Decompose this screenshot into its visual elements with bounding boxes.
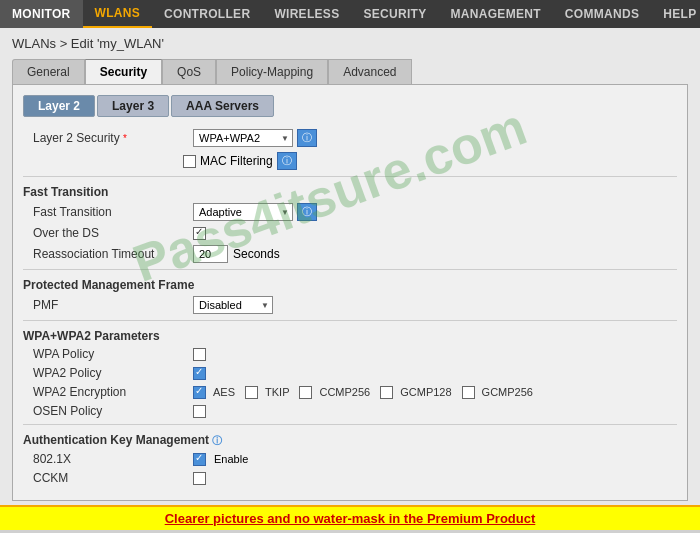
pmf-label: PMF (33, 298, 193, 312)
sub-tabs: Layer 2 Layer 3 AAA Servers (23, 95, 677, 117)
wpa-policy-checkbox[interactable] (193, 348, 206, 361)
nav-wlans[interactable]: WLANs (83, 0, 153, 28)
tab-security[interactable]: Security (85, 59, 162, 84)
pmf-select[interactable]: Disabled (193, 296, 273, 314)
auth-802-label: 802.1X (33, 452, 193, 466)
gcmp256-checkbox[interactable] (462, 386, 475, 399)
pmf-title: Protected Management Frame (23, 278, 677, 292)
nav-security[interactable]: SECURITY (351, 0, 438, 28)
nav-monitor[interactable]: MONITOR (0, 0, 83, 28)
auth-cckm-row: CCKM (23, 471, 677, 485)
fast-transition-row: Fast Transition Adaptive ⓘ (23, 203, 677, 221)
auth-802-row: 802.1X Enable (23, 452, 677, 466)
wpa-policy-row: WPA Policy (23, 347, 677, 361)
wpa-policy-label: WPA Policy (33, 347, 193, 361)
auth-802-checkbox[interactable] (193, 453, 206, 466)
layer2-security-select[interactable]: WPA+WPA2 (193, 129, 293, 147)
encryption-options: AES TKIP CCMP256 GCMP128 GCMP256 (193, 386, 533, 399)
aes-checkbox[interactable] (193, 386, 206, 399)
aes-label: AES (213, 386, 235, 398)
ccmp256-item: CCMP256 (299, 386, 370, 399)
mac-filtering-checkbox[interactable] (183, 155, 196, 168)
over-ds-label: Over the DS (33, 226, 193, 240)
reassociation-unit: Seconds (233, 247, 280, 261)
layer2-security-row: Layer 2 Security * WPA+WPA2 ⓘ (23, 129, 677, 147)
aes-item: AES (193, 386, 235, 399)
nav-management[interactable]: MANAGEMENT (439, 0, 553, 28)
pmf-row: PMF Disabled (23, 296, 677, 314)
tab-policy-mapping[interactable]: Policy-Mapping (216, 59, 328, 84)
wpa2-encryption-label: WPA2 Encryption (33, 385, 193, 399)
mac-filtering-row: MAC Filtering ⓘ (23, 152, 677, 170)
reassociation-label: Reassociation Timeout (33, 247, 193, 261)
over-ds-checkbox[interactable] (193, 227, 206, 240)
required-marker: * (123, 133, 127, 144)
wpa2-policy-label: WPA2 Policy (33, 366, 193, 380)
wpa-section-title: WPA+WPA2 Parameters (23, 329, 677, 343)
nav-commands[interactable]: COMMANDS (553, 0, 651, 28)
over-ds-row: Over the DS (23, 226, 677, 240)
main-tabs: General Security QoS Policy-Mapping Adva… (12, 59, 688, 84)
auth-cckm-label: CCKM (33, 471, 193, 485)
gcmp256-item: GCMP256 (462, 386, 533, 399)
top-navigation: MONITOR WLANs CONTROLLER WIRELESS SECURI… (0, 0, 700, 28)
fast-transition-select[interactable]: Adaptive (193, 203, 293, 221)
tab-qos[interactable]: QoS (162, 59, 216, 84)
auth-cckm-checkbox[interactable] (193, 472, 206, 485)
osen-policy-label: OSEN Policy (33, 404, 193, 418)
wpa2-policy-row: WPA2 Policy (23, 366, 677, 380)
tab-general[interactable]: General (12, 59, 85, 84)
nav-controller[interactable]: CONTROLLER (152, 0, 262, 28)
ccmp256-checkbox[interactable] (299, 386, 312, 399)
gcmp256-label: GCMP256 (482, 386, 533, 398)
gcmp128-checkbox[interactable] (380, 386, 393, 399)
nav-help[interactable]: HELP (651, 0, 700, 28)
osen-policy-row: OSEN Policy (23, 404, 677, 418)
fast-transition-label: Fast Transition (33, 205, 193, 219)
osen-policy-checkbox[interactable] (193, 405, 206, 418)
wpa2-policy-checkbox[interactable] (193, 367, 206, 380)
fast-transition-title: Fast Transition (23, 185, 677, 199)
content-area: Pass4itsure.com Layer 2 Layer 3 AAA Serv… (12, 84, 688, 501)
sub-tab-layer2[interactable]: Layer 2 (23, 95, 95, 117)
reassociation-input[interactable] (193, 245, 228, 263)
auth-info-icon[interactable]: ⓘ (212, 435, 222, 446)
wpa2-encryption-row: WPA2 Encryption AES TKIP CCMP256 GCMP128 (23, 385, 677, 399)
mac-filtering-info-btn[interactable]: ⓘ (277, 152, 297, 170)
tkip-item: TKIP (245, 386, 289, 399)
page-area: WLANs > Edit 'my_WLAN' General Security … (0, 28, 700, 505)
gcmp128-label: GCMP128 (400, 386, 451, 398)
gcmp128-item: GCMP128 (380, 386, 451, 399)
tkip-checkbox[interactable] (245, 386, 258, 399)
layer2-security-label: Layer 2 Security * (33, 131, 193, 145)
auth-802-value: Enable (214, 453, 248, 465)
nav-wireless[interactable]: WIRELESS (262, 0, 351, 28)
sub-tab-layer3[interactable]: Layer 3 (97, 95, 169, 117)
layer2-security-info-btn[interactable]: ⓘ (297, 129, 317, 147)
fast-transition-info-btn[interactable]: ⓘ (297, 203, 317, 221)
premium-banner: Clearer pictures and no water-mask in th… (0, 505, 700, 530)
auth-section-title: Authentication Key Management ⓘ (23, 433, 677, 448)
sub-tab-aaa[interactable]: AAA Servers (171, 95, 274, 117)
breadcrumb: WLANs > Edit 'my_WLAN' (12, 36, 688, 51)
tkip-label: TKIP (265, 386, 289, 398)
tab-advanced[interactable]: Advanced (328, 59, 411, 84)
ccmp256-label: CCMP256 (319, 386, 370, 398)
mac-filtering-label: MAC Filtering (200, 154, 273, 168)
reassociation-row: Reassociation Timeout Seconds (23, 245, 677, 263)
